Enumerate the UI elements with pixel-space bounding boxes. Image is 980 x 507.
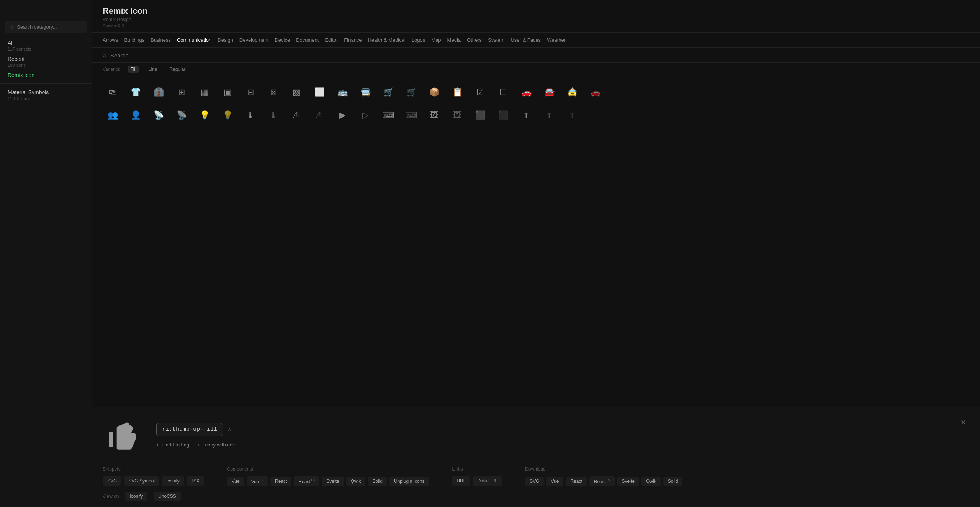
link-url-button[interactable]: URL (452, 476, 470, 486)
icon-cell[interactable]: T (539, 105, 559, 125)
icon-cell[interactable]: 🚗 (585, 82, 605, 102)
icon-cell[interactable]: 🛍 (103, 82, 123, 102)
download-vue-button[interactable]: Vue (546, 477, 563, 486)
sidebar-search-input[interactable] (17, 24, 81, 30)
icon-cell[interactable]: 🌡 (241, 105, 260, 125)
icon-cell[interactable]: ⬛ (493, 105, 513, 125)
snippet-jsx-button[interactable]: JSX (187, 476, 204, 486)
icon-cell[interactable]: ⊟ (241, 82, 260, 102)
category-health[interactable]: Health & Medical (368, 36, 406, 44)
component-svelte-button[interactable]: Svelte (322, 477, 344, 486)
icon-cell[interactable]: ⌨ (378, 105, 398, 125)
search-input[interactable] (110, 52, 969, 59)
category-arrows[interactable]: Arrows (103, 36, 118, 44)
icon-cell[interactable]: ▶ (332, 105, 352, 125)
category-user-faces[interactable]: User & Faces (510, 36, 541, 44)
icon-cell[interactable]: 🌡 (263, 105, 283, 125)
component-unplugin-button[interactable]: Unplugin Icons (389, 477, 429, 486)
icon-cell[interactable]: 👔 (149, 82, 169, 102)
component-vue-ts-button[interactable]: VueTS (247, 476, 268, 486)
component-react-button[interactable]: React (270, 477, 291, 486)
sidebar-item-material[interactable]: Material Symbols 11343 icons (0, 87, 92, 103)
sidebar-item-all[interactable]: All 117 iconsets (0, 38, 92, 54)
snippet-svg-button[interactable]: SVG (103, 476, 121, 486)
icon-cell[interactable]: 🚍 (355, 82, 375, 102)
category-communication[interactable]: Communication (177, 36, 211, 44)
category-document[interactable]: Document (296, 36, 319, 44)
icon-cell[interactable]: 💡 (195, 105, 214, 125)
icon-cell[interactable]: 🖼 (424, 105, 444, 125)
snippet-iconify-button[interactable]: Iconify (162, 476, 184, 486)
icon-cell[interactable]: T (516, 105, 536, 125)
icon-cell[interactable]: ☐ (493, 82, 513, 102)
category-editor[interactable]: Editor (325, 36, 338, 44)
category-system[interactable]: System (488, 36, 504, 44)
component-qwik-button[interactable]: Qwik (346, 477, 366, 486)
icon-cell[interactable]: 🚘 (539, 82, 559, 102)
category-buildings[interactable]: Buildings (124, 36, 144, 44)
download-svelte-button[interactable]: Svelte (617, 477, 639, 486)
component-solid-button[interactable]: Solid (368, 477, 387, 486)
icon-cell[interactable]: ▦ (195, 82, 214, 102)
category-development[interactable]: Development (239, 36, 269, 44)
download-svg-button[interactable]: SVG (525, 477, 544, 486)
category-logos[interactable]: Logos (412, 36, 425, 44)
icon-name-code[interactable]: ri:thumb-up-fill (156, 423, 223, 436)
close-button[interactable]: ✕ (957, 416, 969, 428)
icon-cell[interactable]: 👤 (126, 105, 146, 125)
view-on-unocss-button[interactable]: UnoCSS (154, 492, 181, 501)
icon-cell[interactable]: 📋 (447, 82, 467, 102)
icon-cell[interactable]: ⊠ (263, 82, 283, 102)
icon-cell[interactable]: 🛒 (378, 82, 398, 102)
sidebar-back-button[interactable]: ← (0, 6, 92, 18)
icon-cell[interactable]: ⬜ (309, 82, 329, 102)
icon-cell[interactable]: 🖼 (447, 105, 467, 125)
category-map[interactable]: Map (431, 36, 441, 44)
download-qwik-button[interactable]: Qwik (641, 477, 661, 486)
icon-cell[interactable]: ▷ (355, 105, 375, 125)
category-weather[interactable]: Weather (547, 36, 566, 44)
variant-regular-button[interactable]: Regular (167, 66, 188, 73)
category-device[interactable]: Device (275, 36, 290, 44)
icon-cell[interactable]: T (562, 105, 582, 125)
download-react-button[interactable]: React (566, 477, 587, 486)
category-finance[interactable]: Finance (344, 36, 362, 44)
chevron-up-icon[interactable]: ∧ (227, 426, 231, 432)
icon-cell[interactable]: 🚌 (332, 82, 352, 102)
icon-cell[interactable]: 🚖 (562, 82, 582, 102)
sidebar-search-container[interactable]: ⌕ (5, 21, 87, 33)
variant-line-button[interactable]: Line (146, 66, 160, 73)
link-data-url-button[interactable]: Data URL (473, 476, 502, 486)
sidebar-item-recent[interactable]: Recent 100 icons (0, 54, 92, 70)
snippet-svg-symbol-button[interactable]: SVG Symbol (124, 476, 159, 486)
icon-cell[interactable]: 💡 (218, 105, 237, 125)
icon-cell[interactable]: 🚗 (516, 82, 536, 102)
icon-cell[interactable]: ⬛ (470, 105, 490, 125)
icon-cell[interactable]: ☑ (470, 82, 490, 102)
icon-cell[interactable]: 📦 (424, 82, 444, 102)
category-business[interactable]: Business (151, 36, 171, 44)
category-others[interactable]: Others (467, 36, 482, 44)
icon-cell[interactable]: ▩ (286, 82, 306, 102)
icon-cell[interactable]: ⚠ (309, 105, 329, 125)
component-react-ts-button[interactable]: ReactTS (294, 476, 319, 486)
icon-cell[interactable]: 🛒 (401, 82, 421, 102)
add-to-bag-button[interactable]: + + add to bag (156, 442, 189, 448)
category-media[interactable]: Media (447, 36, 461, 44)
icon-cell[interactable]: 📡 (149, 105, 169, 125)
icon-cell[interactable]: 👕 (126, 82, 146, 102)
icon-cell[interactable]: 📡 (172, 105, 191, 125)
icon-cell[interactable]: ⌨ (401, 105, 421, 125)
download-solid-button[interactable]: Solid (663, 477, 683, 486)
icon-cell[interactable]: ⚠ (286, 105, 306, 125)
sidebar-item-remix-icon[interactable]: Remix Icon (0, 70, 92, 80)
view-on-iconify-button[interactable]: Iconify (125, 492, 147, 501)
download-react-ts-button[interactable]: ReactTS (589, 476, 615, 486)
variant-fill-button[interactable]: Fill (128, 66, 138, 73)
icon-cell[interactable]: ⊞ (172, 82, 191, 102)
icon-cell[interactable]: 👥 (103, 105, 123, 125)
component-vue-button[interactable]: Vue (227, 477, 244, 486)
icon-cell[interactable]: ▣ (218, 82, 237, 102)
category-design[interactable]: Design (218, 36, 233, 44)
copy-with-color-button[interactable]: □ copy with color (197, 442, 238, 448)
